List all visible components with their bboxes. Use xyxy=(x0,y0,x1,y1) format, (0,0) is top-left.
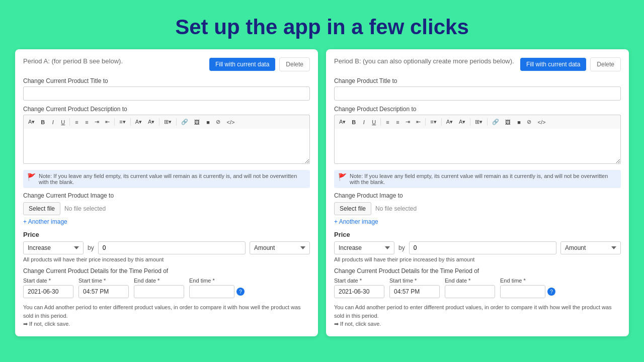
toolbar-color-b[interactable]: A▾ xyxy=(444,117,455,127)
toolbar-special-a[interactable]: ⊘ xyxy=(213,117,223,127)
toolbar-outdent-a[interactable]: ⇤ xyxy=(103,117,112,127)
toolbar-table-b[interactable]: ⊞▾ xyxy=(472,117,485,127)
price-unit-select-a[interactable]: Amount xyxy=(250,241,310,254)
footer-text-a: You can Add another period to enter diff… xyxy=(23,303,310,328)
help-icon-b[interactable]: ? xyxy=(547,288,555,296)
end-time-row-a: ? xyxy=(189,285,245,298)
price-amount-input-b[interactable] xyxy=(409,241,556,254)
another-image-link-b[interactable]: + Another image xyxy=(334,218,378,225)
toolbar-italic-b[interactable]: I xyxy=(359,117,368,127)
start-date-label-a: Start date * xyxy=(23,278,73,284)
image-label-b: Change Product Image to xyxy=(334,192,621,199)
toolbar-media-b[interactable]: ■ xyxy=(514,117,523,127)
by-label-a: by xyxy=(88,244,94,251)
toolbar-highlight-a[interactable]: A▾ xyxy=(145,117,157,127)
editor-toolbar-b: A▾ B I U ≡ ≡ ⇥ ⇤ ≡▾ A▾ A▾ ⊞▾ 🔗 🖼 ■ ⊘ </> xyxy=(334,115,621,129)
toolbar-image-a[interactable]: 🖼 xyxy=(192,117,202,127)
start-date-input-b[interactable] xyxy=(334,285,384,298)
price-type-select-b[interactable]: Increase xyxy=(334,241,394,254)
footer-text-b: You can Add another period to enter diff… xyxy=(334,303,621,328)
header-buttons-a: Fill with current data Delete xyxy=(209,57,310,71)
toolbar-link-a[interactable]: 🔗 xyxy=(179,117,191,127)
product-title-input-b[interactable] xyxy=(334,86,621,101)
select-file-button-b[interactable]: Select file xyxy=(334,202,371,215)
image-label-a: Change Current Product Image to xyxy=(23,192,310,199)
end-time-row-b: ? xyxy=(500,285,555,298)
toolbar-ul-a[interactable]: ≡ xyxy=(72,117,81,127)
toolbar-code-a[interactable]: </> xyxy=(224,117,237,127)
flag-icon-a: 🚩 xyxy=(27,173,36,181)
end-date-input-a[interactable] xyxy=(134,285,184,298)
end-time-field-a: End time * ? xyxy=(189,278,245,298)
toolbar-ol-a[interactable]: ≡ xyxy=(82,117,91,127)
another-image-link-a[interactable]: + Another image xyxy=(23,218,67,225)
end-date-label-b: End date * xyxy=(445,278,495,284)
toolbar-table-a[interactable]: ⊞▾ xyxy=(162,117,174,127)
select-file-button-a[interactable]: Select file xyxy=(23,202,60,215)
fill-current-data-button-a[interactable]: Fill with current data xyxy=(209,58,275,71)
start-date-input-a[interactable] xyxy=(23,285,73,298)
toolbar-color-a[interactable]: A▾ xyxy=(133,117,144,127)
date-row-b: Start date * Start time * End date * End… xyxy=(334,278,621,298)
start-time-field-b: Start time * xyxy=(389,278,440,298)
end-time-input-b[interactable] xyxy=(500,285,545,298)
by-label-b: by xyxy=(398,244,405,251)
help-icon-a[interactable]: ? xyxy=(236,288,245,296)
toolbar-link-b[interactable]: 🔗 xyxy=(490,117,502,127)
price-amount-input-a[interactable] xyxy=(98,241,246,254)
toolbar-image-b[interactable]: 🖼 xyxy=(503,117,513,127)
note-box-a: 🚩 Note: If you leave any field empty, it… xyxy=(23,170,310,188)
delete-button-b[interactable]: Delete xyxy=(590,57,621,71)
start-time-input-a[interactable] xyxy=(78,285,129,298)
end-time-label-a: End time * xyxy=(189,278,245,284)
price-note-a: All products will have their price incre… xyxy=(23,256,310,262)
panels-container: Period A: (for period B see below). Fill… xyxy=(5,49,639,346)
end-date-label-a: End date * xyxy=(134,278,184,284)
product-description-textarea-b[interactable] xyxy=(334,129,621,164)
description-label-b: Change Product Description to xyxy=(334,106,621,113)
price-section-a: Price Increase by Amount All products wi… xyxy=(23,231,310,262)
toolbar-underline-a[interactable]: U xyxy=(58,117,67,127)
period-a-title: Period A: (for period B see below). xyxy=(23,57,123,65)
toolbar-media-a[interactable]: ■ xyxy=(203,117,212,127)
toolbar-bold-a[interactable]: B xyxy=(38,117,47,127)
toolbar-bold-b[interactable]: B xyxy=(349,117,358,127)
note-box-b: 🚩 Note: If you leave any field empty, it… xyxy=(334,170,621,188)
period-b-title: Period B: (you can also optionally creat… xyxy=(334,57,514,65)
start-time-input-b[interactable] xyxy=(389,285,440,298)
toolbar-italic-a[interactable]: I xyxy=(48,117,57,127)
period-details-label-b: Change Current Product Details for the T… xyxy=(334,267,621,275)
price-section-b: Price Increase by Amount All products wi… xyxy=(334,231,621,262)
toolbar-font-b[interactable]: A▾ xyxy=(337,117,348,127)
toolbar-indent-b[interactable]: ⇥ xyxy=(403,117,413,127)
toolbar-font-a[interactable]: A▾ xyxy=(26,117,37,127)
start-time-field-a: Start time * xyxy=(78,278,129,298)
price-type-select-a[interactable]: Increase xyxy=(23,241,84,254)
toolbar-special-b[interactable]: ⊘ xyxy=(524,117,534,127)
file-name-a: No file selected xyxy=(64,205,106,212)
delete-button-a[interactable]: Delete xyxy=(279,57,310,71)
toolbar-indent-a[interactable]: ⇥ xyxy=(92,117,102,127)
toolbar-outdent-b[interactable]: ⇤ xyxy=(414,117,423,127)
product-title-input-a[interactable] xyxy=(23,86,310,101)
toolbar-ol-b[interactable]: ≡ xyxy=(393,117,402,127)
toolbar-code-b[interactable]: </> xyxy=(535,117,548,127)
image-section-b: Change Product Image to Select file No f… xyxy=(334,192,621,226)
panel-a-header: Period A: (for period B see below). Fill… xyxy=(23,57,310,71)
end-time-input-a[interactable] xyxy=(189,285,234,298)
toolbar-highlight-b[interactable]: A▾ xyxy=(456,117,468,127)
fill-current-data-button-b[interactable]: Fill with current data xyxy=(520,58,586,71)
note-text-b: Note: If you leave any field empty, its … xyxy=(350,173,617,185)
end-date-input-b[interactable] xyxy=(445,285,495,298)
end-date-field-b: End date * xyxy=(445,278,495,298)
toolbar-ul-b[interactable]: ≡ xyxy=(383,117,392,127)
price-unit-select-b[interactable]: Amount xyxy=(560,241,621,254)
toolbar-underline-b[interactable]: U xyxy=(369,117,378,127)
date-row-a: Start date * Start time * End date * End… xyxy=(23,278,310,298)
file-input-row-b: Select file No file selected xyxy=(334,202,621,215)
toolbar-align-b[interactable]: ≡▾ xyxy=(428,117,439,127)
start-time-label-b: Start time * xyxy=(389,278,440,284)
toolbar-align-a[interactable]: ≡▾ xyxy=(117,117,128,127)
panel-b-header: Period B: (you can also optionally creat… xyxy=(334,57,621,71)
product-description-textarea-a[interactable] xyxy=(23,129,310,164)
